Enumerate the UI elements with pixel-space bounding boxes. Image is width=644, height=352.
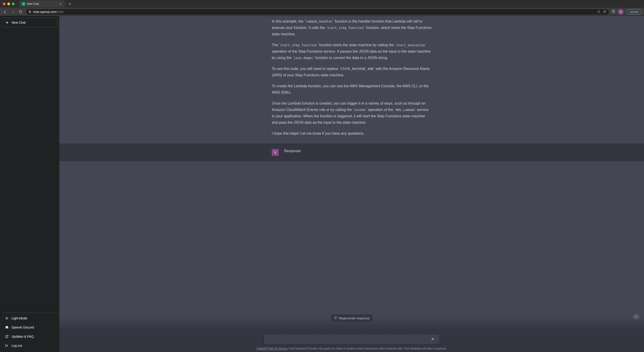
sidebar-item-discord[interactable]: OpenAI Discord [2,323,58,332]
new-chat-label: New Chat [12,21,26,24]
sidebar-footer: Light Mode OpenAI Discord Updates & FAQ … [2,313,58,350]
assistant-paragraph: The `start_step_function` function start… [272,42,432,61]
footer-disclaimer: ChatGPT Dec 15 Version. Free Research Pr… [252,347,452,350]
external-link-icon [5,335,9,338]
address-bar[interactable]: chat.openai.com/chat [26,9,609,15]
sidebar: New Chat Light Mode OpenAI Discord Upda [0,16,59,352]
sun-icon [5,317,9,320]
send-icon[interactable] [431,337,436,342]
logout-icon [5,344,9,348]
sidebar-item-label: OpenAI Discord [12,326,34,329]
lock-icon [28,10,31,14]
chat-scroll-area[interactable]: In this example, the `lambda_handler` fu… [59,16,644,330]
sidebar-item-updates-faq[interactable]: Updates & FAQ [2,332,58,341]
user-message-text: Response [284,149,300,156]
new-chat-button[interactable]: New Chat [2,18,58,27]
assistant-paragraph: To create the Lambda function, you can u… [272,83,432,96]
browser-toolbar: chat.openai.com/chat V Update [0,8,644,16]
url-text: chat.openai.com/chat [33,10,596,14]
tab-title: New Chat [27,2,39,5]
window-minimize-button[interactable] [7,2,10,5]
sidebar-item-label: Log out [12,344,22,348]
browser-titlebar: New Chat [0,0,644,8]
user-avatar: V [272,149,279,156]
new-tab-button[interactable] [67,1,72,6]
share-icon[interactable] [597,10,600,14]
window-controls [3,2,14,5]
discord-icon [5,326,9,329]
browser-tab-active[interactable]: New Chat [19,0,65,7]
window-maximize-button[interactable] [12,2,14,5]
assistant-paragraph: I hope this helps! Let me know if you ha… [272,130,432,137]
tab-close-icon[interactable] [59,2,62,5]
svg-point-0 [23,3,24,5]
assistant-message: In this example, the `lambda_handler` fu… [59,16,644,144]
input-area: ChatGPT Dec 15 Version. Free Research Pr… [59,330,644,352]
svg-rect-2 [614,10,615,13]
assistant-paragraph: In this example, the `lambda_handler` fu… [272,18,432,37]
update-button[interactable]: Update [626,9,642,14]
sidebar-item-log-out[interactable]: Log out [2,341,58,350]
chat-input-container[interactable] [264,334,439,344]
plus-icon [5,21,9,24]
app-root: New Chat Light Mode OpenAI Discord Upda [0,16,644,352]
back-button[interactable] [2,9,8,14]
svg-rect-1 [612,10,613,13]
regenerate-label: Regenerate response [339,317,370,320]
refresh-icon [334,316,337,320]
assistant-paragraph: To use this code, you will need to repla… [272,66,432,78]
regenerate-response-button[interactable]: Regenerate response [330,314,373,322]
forward-button[interactable] [10,9,16,14]
reload-button[interactable] [18,9,23,14]
main-content: In this example, the `lambda_handler` fu… [59,16,644,352]
browser-tabs: New Chat [19,0,72,8]
bookmark-icon[interactable] [603,10,606,14]
footer-version-link[interactable]: ChatGPT Dec 15 Version [257,347,288,350]
user-message-row: V Response [59,144,644,161]
profile-avatar[interactable]: V [618,9,624,14]
svg-point-3 [6,318,7,319]
window-close-button[interactable] [3,2,6,5]
chatgpt-favicon-icon [22,2,25,5]
sidebar-item-light-mode[interactable]: Light Mode [2,314,58,323]
extensions-icon[interactable] [612,9,615,14]
sidebar-item-label: Light Mode [12,317,27,320]
chat-input[interactable] [268,337,431,341]
assistant-paragraph: Once the Lambda function is created, you… [272,100,432,126]
sidebar-item-label: Updates & FAQ [12,335,34,338]
scroll-to-bottom-button[interactable] [633,314,640,320]
